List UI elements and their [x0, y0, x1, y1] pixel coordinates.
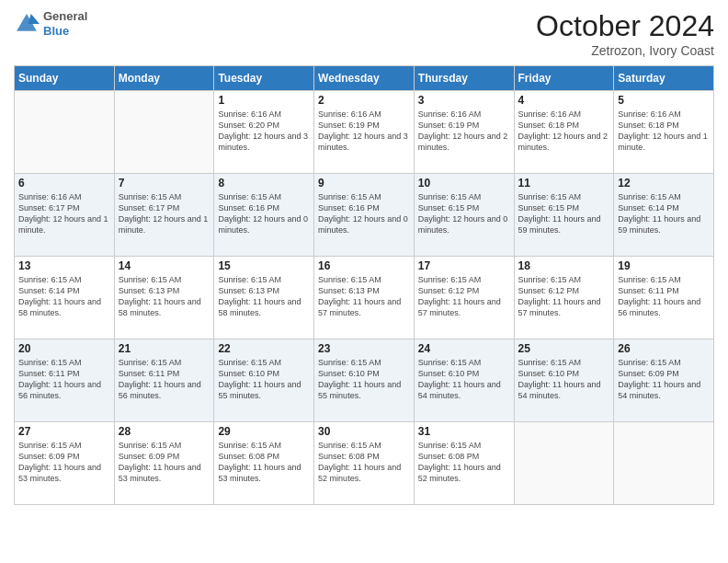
table-row: 12Sunrise: 6:15 AM Sunset: 6:14 PM Dayli…	[614, 174, 714, 257]
table-row: 21Sunrise: 6:15 AM Sunset: 6:11 PM Dayli…	[114, 339, 214, 422]
day-info: Sunrise: 6:15 AM Sunset: 6:08 PM Dayligh…	[218, 440, 310, 485]
day-info: Sunrise: 6:15 AM Sunset: 6:11 PM Dayligh…	[119, 357, 210, 402]
day-number: 11	[518, 177, 610, 190]
table-row: 16Sunrise: 6:15 AM Sunset: 6:13 PM Dayli…	[314, 257, 415, 339]
table-row: 22Sunrise: 6:15 AM Sunset: 6:10 PM Dayli…	[214, 339, 314, 422]
table-row	[514, 422, 614, 505]
table-row: 27Sunrise: 6:15 AM Sunset: 6:09 PM Dayli…	[15, 422, 115, 505]
day-number: 2	[318, 94, 410, 107]
calendar-week-row: 20Sunrise: 6:15 AM Sunset: 6:11 PM Dayli…	[15, 339, 714, 422]
table-row: 28Sunrise: 6:15 AM Sunset: 6:09 PM Dayli…	[114, 422, 214, 505]
day-number: 5	[618, 94, 710, 107]
day-number: 13	[18, 259, 110, 272]
table-row: 15Sunrise: 6:15 AM Sunset: 6:13 PM Dayli…	[214, 257, 314, 339]
logo-line1: General	[43, 9, 87, 24]
table-row: 13Sunrise: 6:15 AM Sunset: 6:14 PM Dayli…	[15, 257, 115, 339]
table-row: 24Sunrise: 6:15 AM Sunset: 6:10 PM Dayli…	[414, 339, 514, 422]
day-number: 6	[18, 177, 110, 190]
day-number: 26	[618, 342, 710, 355]
header-tuesday: Tuesday	[214, 66, 314, 91]
table-row: 3Sunrise: 6:16 AM Sunset: 6:19 PM Daylig…	[414, 91, 514, 174]
day-info: Sunrise: 6:15 AM Sunset: 6:15 PM Dayligh…	[418, 191, 510, 236]
table-row: 23Sunrise: 6:15 AM Sunset: 6:10 PM Dayli…	[314, 339, 415, 422]
weekday-header-row: Sunday Monday Tuesday Wednesday Thursday…	[15, 66, 714, 91]
day-number: 10	[418, 177, 510, 190]
day-number: 14	[119, 259, 210, 272]
header-sunday: Sunday	[15, 66, 115, 91]
day-number: 18	[518, 259, 610, 272]
table-row: 19Sunrise: 6:15 AM Sunset: 6:11 PM Dayli…	[614, 257, 714, 339]
header-saturday: Saturday	[614, 66, 714, 91]
day-info: Sunrise: 6:16 AM Sunset: 6:20 PM Dayligh…	[218, 109, 310, 154]
logo-icon	[14, 11, 40, 37]
table-row: 14Sunrise: 6:15 AM Sunset: 6:13 PM Dayli…	[114, 257, 214, 339]
day-info: Sunrise: 6:15 AM Sunset: 6:10 PM Dayligh…	[518, 357, 610, 402]
table-row: 29Sunrise: 6:15 AM Sunset: 6:08 PM Dayli…	[214, 422, 314, 505]
day-info: Sunrise: 6:15 AM Sunset: 6:16 PM Dayligh…	[318, 191, 410, 236]
day-info: Sunrise: 6:15 AM Sunset: 6:09 PM Dayligh…	[119, 440, 210, 485]
day-number: 9	[318, 177, 410, 190]
day-number: 8	[218, 177, 310, 190]
table-row: 31Sunrise: 6:15 AM Sunset: 6:08 PM Dayli…	[414, 422, 514, 505]
calendar-week-row: 13Sunrise: 6:15 AM Sunset: 6:14 PM Dayli…	[15, 257, 714, 339]
header-monday: Monday	[114, 66, 214, 91]
day-info: Sunrise: 6:15 AM Sunset: 6:13 PM Dayligh…	[218, 274, 310, 319]
day-number: 20	[18, 342, 110, 355]
table-row: 25Sunrise: 6:15 AM Sunset: 6:10 PM Dayli…	[514, 339, 614, 422]
day-info: Sunrise: 6:15 AM Sunset: 6:12 PM Dayligh…	[418, 274, 510, 319]
logo-text: General Blue	[43, 9, 87, 38]
logo-line2: Blue	[43, 24, 87, 39]
calendar-subtitle: Zetrozon, Ivory Coast	[536, 43, 714, 58]
table-row: 18Sunrise: 6:15 AM Sunset: 6:12 PM Dayli…	[514, 257, 614, 339]
day-info: Sunrise: 6:15 AM Sunset: 6:14 PM Dayligh…	[618, 191, 710, 236]
day-number: 19	[618, 259, 710, 272]
calendar-title: October 2024	[536, 9, 714, 43]
table-row: 6Sunrise: 6:16 AM Sunset: 6:17 PM Daylig…	[15, 174, 115, 257]
day-number: 24	[418, 342, 510, 355]
day-number: 28	[119, 425, 210, 438]
day-info: Sunrise: 6:15 AM Sunset: 6:10 PM Dayligh…	[418, 357, 510, 402]
calendar-table: Sunday Monday Tuesday Wednesday Thursday…	[14, 65, 714, 505]
header: General Blue October 2024 Zetrozon, Ivor…	[14, 9, 714, 58]
calendar-week-row: 1Sunrise: 6:16 AM Sunset: 6:20 PM Daylig…	[15, 91, 714, 174]
table-row: 11Sunrise: 6:15 AM Sunset: 6:15 PM Dayli…	[514, 174, 614, 257]
day-number: 16	[318, 259, 410, 272]
day-number: 15	[218, 259, 310, 272]
day-number: 3	[418, 94, 510, 107]
logo: General Blue	[14, 9, 87, 38]
day-number: 27	[18, 425, 110, 438]
day-number: 25	[518, 342, 610, 355]
table-row: 7Sunrise: 6:15 AM Sunset: 6:17 PM Daylig…	[114, 174, 214, 257]
table-row	[614, 422, 714, 505]
day-info: Sunrise: 6:15 AM Sunset: 6:17 PM Dayligh…	[119, 191, 210, 236]
table-row: 1Sunrise: 6:16 AM Sunset: 6:20 PM Daylig…	[214, 91, 314, 174]
table-row	[15, 91, 115, 174]
day-info: Sunrise: 6:15 AM Sunset: 6:15 PM Dayligh…	[518, 191, 610, 236]
day-info: Sunrise: 6:15 AM Sunset: 6:09 PM Dayligh…	[618, 357, 710, 402]
header-wednesday: Wednesday	[314, 66, 415, 91]
day-info: Sunrise: 6:16 AM Sunset: 6:17 PM Dayligh…	[18, 191, 110, 236]
day-number: 22	[218, 342, 310, 355]
day-info: Sunrise: 6:15 AM Sunset: 6:14 PM Dayligh…	[18, 274, 110, 319]
table-row: 17Sunrise: 6:15 AM Sunset: 6:12 PM Dayli…	[414, 257, 514, 339]
day-info: Sunrise: 6:15 AM Sunset: 6:11 PM Dayligh…	[18, 357, 110, 402]
day-info: Sunrise: 6:16 AM Sunset: 6:19 PM Dayligh…	[418, 109, 510, 154]
day-info: Sunrise: 6:16 AM Sunset: 6:18 PM Dayligh…	[618, 109, 710, 154]
day-info: Sunrise: 6:15 AM Sunset: 6:11 PM Dayligh…	[618, 274, 710, 319]
calendar-week-row: 27Sunrise: 6:15 AM Sunset: 6:09 PM Dayli…	[15, 422, 714, 505]
day-number: 7	[119, 177, 210, 190]
page: General Blue October 2024 Zetrozon, Ivor…	[0, 0, 728, 563]
day-info: Sunrise: 6:15 AM Sunset: 6:10 PM Dayligh…	[318, 357, 410, 402]
table-row: 10Sunrise: 6:15 AM Sunset: 6:15 PM Dayli…	[414, 174, 514, 257]
day-number: 4	[518, 94, 610, 107]
calendar-week-row: 6Sunrise: 6:16 AM Sunset: 6:17 PM Daylig…	[15, 174, 714, 257]
table-row: 2Sunrise: 6:16 AM Sunset: 6:19 PM Daylig…	[314, 91, 415, 174]
table-row: 4Sunrise: 6:16 AM Sunset: 6:18 PM Daylig…	[514, 91, 614, 174]
header-thursday: Thursday	[414, 66, 514, 91]
table-row: 5Sunrise: 6:16 AM Sunset: 6:18 PM Daylig…	[614, 91, 714, 174]
day-info: Sunrise: 6:15 AM Sunset: 6:08 PM Dayligh…	[418, 440, 510, 485]
table-row: 9Sunrise: 6:15 AM Sunset: 6:16 PM Daylig…	[314, 174, 415, 257]
day-number: 21	[119, 342, 210, 355]
day-info: Sunrise: 6:16 AM Sunset: 6:19 PM Dayligh…	[318, 109, 410, 154]
header-friday: Friday	[514, 66, 614, 91]
